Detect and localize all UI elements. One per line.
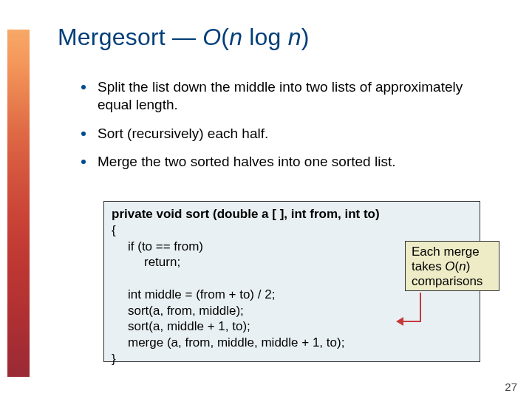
slide: Mergesort — O(n log n) Split the list do… [0, 0, 532, 399]
bullet-dot-icon [81, 160, 86, 164]
left-accent-bar [0, 0, 30, 399]
title-part-1: Mergesort — [58, 24, 202, 50]
title-part-O: O [202, 24, 221, 50]
list-item: Sort (recursively) each half. [81, 125, 495, 143]
bullet-list: Split the list down the middle into two … [81, 78, 495, 181]
code-line: merge (a, from, middle, middle + 1, to); [128, 335, 472, 351]
code-line: { [112, 222, 472, 239]
annotation-note: Each merge takes O(n) comparisons [405, 241, 499, 291]
note-part: takes [412, 259, 445, 273]
sidebar-top-gap [7, 0, 30, 30]
sidebar-white-strip [0, 0, 7, 399]
title-part-log: log [242, 24, 287, 50]
note-line-2: takes O(n) [412, 259, 494, 274]
note-line-3: comparisons [412, 274, 494, 289]
bullet-text: Split the list down the middle into two … [98, 78, 495, 115]
note-part-n: n [459, 259, 466, 273]
bullet-dot-icon [81, 132, 86, 136]
bullet-text: Merge the two sorted halves into one sor… [98, 153, 395, 171]
list-item: Merge the two sorted halves into one sor… [81, 153, 495, 171]
title-part-paren2: ) [301, 24, 310, 50]
bullet-text: Sort (recursively) each half. [98, 125, 268, 143]
bullet-dot-icon [81, 85, 86, 89]
title-part-n2: n [288, 24, 301, 50]
note-line-1: Each merge [412, 245, 494, 259]
code-signature: private void sort (double a [ ], int fro… [112, 206, 472, 222]
note-part-O: O [445, 259, 454, 273]
title-part-paren1: ( [221, 24, 229, 50]
note-part: ) [466, 259, 471, 273]
callout-arrow-icon [412, 293, 429, 331]
list-item: Split the list down the middle into two … [81, 78, 495, 115]
slide-title: Mergesort — O(n log n) [58, 24, 310, 51]
page-number: 27 [505, 381, 517, 393]
sidebar-gradient [7, 30, 30, 377]
title-part-n1: n [229, 24, 242, 50]
code-line: } [112, 351, 472, 367]
